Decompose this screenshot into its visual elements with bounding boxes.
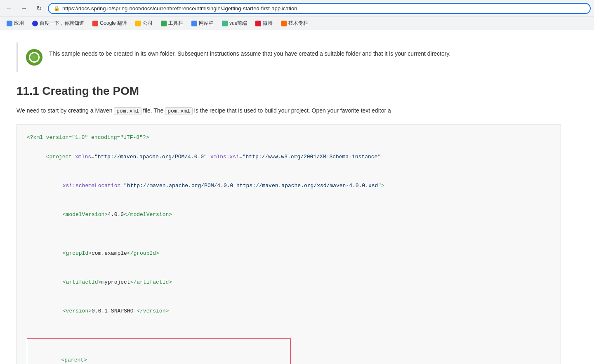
bookmark-label: 工具栏 (168, 20, 183, 27)
bookmark-icon (161, 21, 167, 26)
bookmark-label: Google 翻译 (100, 20, 127, 27)
code-line-version: <version>0.0.1-SNAPSHOT</version> (27, 297, 551, 326)
bookmark-icon (32, 21, 38, 26)
code-line-project-open: <project xmlns="http://maven.apache.org/… (27, 142, 551, 171)
bookmark-label: 微博 (263, 20, 273, 27)
bookmark-item[interactable]: Google 翻译 (89, 19, 130, 28)
bookmark-label: 百度一下，你就知道 (40, 20, 84, 27)
desc-middle: file. The (141, 107, 165, 114)
bookmark-icon (191, 21, 197, 26)
code-line-xmldecl: <?xml version="1.0" encoding="UTF-8"?> (27, 133, 551, 142)
page-content: This sample needs to be created in its o… (0, 30, 578, 364)
lock-icon: 🔒 (54, 5, 60, 11)
bookmark-item[interactable]: 百度一下，你就知道 (29, 19, 87, 28)
bookmark-item[interactable]: vue前端 (219, 19, 250, 28)
bookmark-label: 公司 (143, 20, 153, 27)
tag-project: <project (46, 154, 72, 160)
code-line-modelversion: <modelVersion>4.0.0</modelVersion> (27, 200, 551, 229)
code-block: <?xml version="1.0" encoding="UTF-8"?> <… (16, 124, 561, 364)
code-line-blank2 (27, 326, 551, 335)
bookmark-icon (92, 21, 98, 26)
url-input[interactable] (62, 5, 585, 12)
code-line-groupid: <groupId>com.example</groupId> (27, 239, 551, 268)
back-button[interactable]: ← (3, 2, 15, 14)
code-line-schema: xsi:schemaLocation="http://maven.apache.… (27, 171, 551, 200)
spring-logo (26, 49, 42, 66)
note-box: This sample needs to be created in its o… (16, 42, 561, 72)
browser-chrome: ← → ↻ 🔒 应用百度一下，你就知道Google 翻译公司工具栏网站栏vue前… (0, 0, 594, 30)
bookmark-item[interactable]: 应用 (3, 19, 27, 28)
bookmark-icon (222, 21, 228, 26)
description: We need to start by creating a Maven pom… (16, 106, 561, 116)
pom-code-1: pom.xml (114, 107, 141, 115)
parent-block: <parent> <groupId>org.springframework.bo… (27, 338, 291, 364)
bookmark-label: 技术专栏 (288, 20, 308, 27)
note-text: This sample needs to be created in its o… (49, 49, 450, 58)
refresh-button[interactable]: ↻ (33, 2, 45, 14)
bookmark-item[interactable]: 网站栏 (188, 19, 217, 28)
bookmark-icon (255, 21, 261, 26)
bookmark-icon (281, 21, 287, 26)
bookmark-icon (135, 21, 141, 26)
forward-button[interactable]: → (18, 2, 30, 14)
code-line-parent-open: <parent> (35, 345, 282, 364)
pom-code-2: pom.xml (165, 107, 193, 115)
bookmark-item[interactable]: 技术专栏 (278, 19, 311, 28)
bookmark-label: vue前端 (229, 20, 247, 27)
section-heading: 11.1 Creating the POM (16, 85, 561, 98)
code-line-artifactid: <artifactId>myproject</artifactId> (27, 268, 551, 297)
bookmark-item[interactable]: 工具栏 (158, 19, 186, 28)
nav-bar: ← → ↻ 🔒 (0, 0, 594, 16)
desc-before: We need to start by creating a Maven (16, 107, 114, 114)
desc-after: is the recipe that is used to build your… (193, 107, 391, 114)
code-line-blank1 (27, 229, 551, 239)
bookmarks-bar: 应用百度一下，你就知道Google 翻译公司工具栏网站栏vue前端微博技术专栏 (0, 16, 594, 30)
bookmark-item[interactable]: 微博 (252, 19, 276, 28)
bookmark-icon (7, 21, 12, 26)
bookmark-label: 网站栏 (199, 20, 214, 27)
address-bar[interactable]: 🔒 (48, 3, 591, 14)
bookmark-label: 应用 (14, 20, 24, 27)
bookmark-item[interactable]: 公司 (132, 19, 156, 28)
